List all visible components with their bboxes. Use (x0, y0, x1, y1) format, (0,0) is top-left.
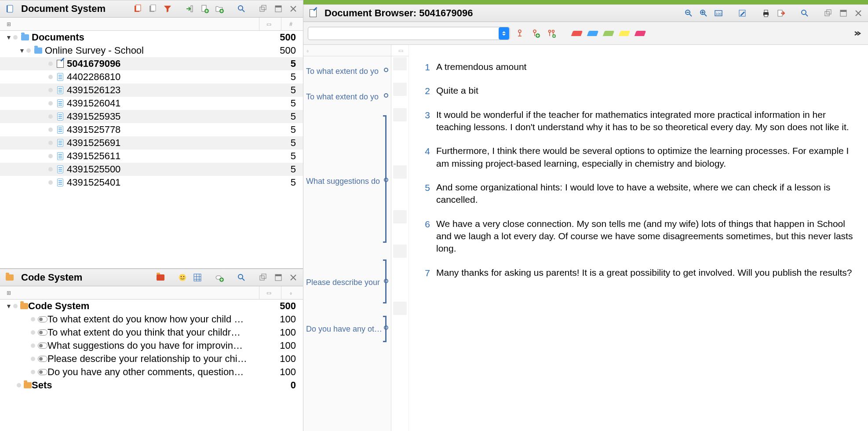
code-node-icon[interactable] (384, 93, 388, 98)
paragraph-text[interactable]: And some organizational hints: I would l… (436, 181, 859, 206)
search-codes-button[interactable] (235, 271, 248, 284)
document-item[interactable]: 43915254015 (0, 176, 303, 189)
memo-slot[interactable] (393, 302, 407, 315)
document-item[interactable]: 43915256915 (0, 136, 303, 150)
document-item[interactable]: 43915259355 (0, 110, 303, 123)
paragraph-text[interactable]: A tremendous amount (436, 61, 859, 73)
code-tree-toggle-icon[interactable]: ⊞ (3, 287, 15, 299)
memo-column[interactable]: ▭ (391, 45, 409, 431)
code-item[interactable]: To what extent do you know how your chil… (0, 313, 303, 326)
filter-docs-button[interactable] (161, 3, 174, 15)
paragraph-text[interactable]: Many thanks for asking us parents! It is… (436, 267, 859, 279)
code-new-button[interactable] (529, 27, 542, 40)
code-tree[interactable]: ▼ Code System 500 To what extent do you … (0, 300, 303, 431)
code-label[interactable]: Please describe your (306, 278, 380, 287)
paragraph[interactable]: 7Many thanks for asking us parents! It i… (416, 267, 859, 279)
documents-root[interactable]: ▼ Documents 500 (0, 31, 303, 44)
paragraph[interactable]: 4Furthermore, I think there would be sev… (416, 145, 859, 170)
svg-point-41 (533, 30, 536, 33)
edit-mode-button[interactable] (736, 7, 748, 19)
quick-code-input[interactable] (308, 29, 499, 37)
svg-point-40 (518, 30, 521, 33)
zoom-reset-button[interactable]: 100 (712, 7, 725, 19)
highlighter-blue[interactable] (587, 27, 599, 40)
code-root[interactable]: ▼ Code System 500 (0, 300, 303, 313)
maximize-docsys-button[interactable] (272, 3, 284, 15)
paragraph[interactable]: 6We have a very close connection. My son… (416, 218, 859, 255)
document-item[interactable]: 43915260415 (0, 97, 303, 110)
document-item[interactable]: 50416790965 (0, 57, 303, 70)
emoticodes-button[interactable] (176, 271, 189, 284)
activate-codes-button[interactable] (154, 271, 167, 284)
zoom-in-button[interactable] (697, 7, 710, 19)
new-doc-button[interactable] (198, 3, 211, 15)
highlighter-red[interactable] (571, 27, 583, 40)
deactivate-docs-button[interactable] (146, 3, 159, 15)
coding-stripe[interactable]: ⬨ To what extent do yo To what extent do… (303, 45, 391, 431)
import-doc-button[interactable] (183, 3, 196, 15)
undock-codesys-button[interactable] (257, 271, 270, 284)
search-docs-button[interactable] (235, 3, 248, 15)
paragraph[interactable]: 2Quite a bit (416, 84, 859, 97)
code-invivo-button[interactable] (545, 27, 558, 40)
paragraph-text[interactable]: We have a very close connection. My son … (436, 218, 859, 255)
highlighter-yellow[interactable] (618, 27, 631, 40)
maximize-codesys-button[interactable] (272, 271, 284, 284)
document-item[interactable]: 43915261235 (0, 84, 303, 97)
code-matrix-button[interactable] (191, 271, 204, 284)
document-item[interactable]: 43915256115 (0, 150, 303, 163)
code-item[interactable]: Please describe your relationship to you… (0, 352, 303, 365)
undock-docsys-button[interactable] (257, 3, 270, 15)
code-label[interactable]: To what extent do yo (306, 92, 379, 102)
paragraph[interactable]: 5And some organizational hints: I would … (416, 181, 859, 206)
print-button[interactable] (760, 7, 772, 19)
document-item[interactable]: 43915255005 (0, 163, 303, 176)
codesys-column-header: ⊞ ▭ ⬨ (0, 286, 303, 300)
tree-toggle-icon[interactable]: ⊞ (3, 18, 15, 30)
paragraph[interactable]: 3It would be wonderful if the teacher fo… (416, 109, 859, 134)
more-tools-button[interactable] (851, 27, 864, 40)
close-docsys-button[interactable] (287, 3, 299, 15)
svg-rect-6 (191, 6, 193, 12)
memo-slot[interactable] (393, 245, 407, 258)
code-label[interactable]: What suggestions do (306, 177, 380, 186)
folder-online-survey[interactable]: ▼ Online Survey - School 500 (0, 44, 303, 57)
memo-slot[interactable] (393, 83, 407, 96)
document-tree[interactable]: ▼ Documents 500 ▼ Online Survey - School… (0, 31, 303, 268)
maximize-browser-button[interactable] (837, 7, 850, 19)
close-codesys-button[interactable] (287, 271, 299, 284)
quick-code-combo[interactable] (308, 27, 510, 40)
memo-slot[interactable] (393, 165, 407, 179)
new-code-button[interactable] (213, 271, 226, 284)
highlighter-green[interactable] (602, 27, 615, 40)
code-segment-button[interactable] (514, 27, 526, 40)
memo-slot[interactable] (393, 57, 407, 70)
paragraph-text[interactable]: Quite a bit (436, 84, 859, 97)
search-browser-button[interactable] (799, 7, 811, 19)
document-item[interactable]: 44022868105 (0, 70, 303, 84)
memo-slot[interactable] (393, 210, 407, 223)
document-item[interactable]: 43915257785 (0, 123, 303, 136)
svg-point-10 (238, 6, 243, 10)
export-button[interactable] (775, 7, 787, 19)
paragraph-text[interactable]: It would be wonderful if the teacher for… (436, 109, 859, 134)
code-item[interactable]: Do you have any other comments, question… (0, 365, 303, 379)
zoom-out-button[interactable] (682, 7, 695, 19)
code-bracket-icon (385, 259, 387, 303)
close-browser-button[interactable] (852, 7, 864, 19)
code-label[interactable]: Do you have any othe (306, 325, 383, 334)
sets-node[interactable]: Sets 0 (0, 379, 303, 392)
document-text[interactable]: 1A tremendous amount2Quite a bit3It woul… (409, 45, 868, 431)
paragraph-text[interactable]: Furthermore, I think there would be seve… (436, 145, 859, 170)
undock-browser-button[interactable] (822, 7, 835, 19)
paragraph[interactable]: 1A tremendous amount (416, 61, 859, 73)
highlighter-magenta[interactable] (634, 27, 646, 40)
new-folder-button[interactable] (213, 3, 226, 15)
code-item[interactable]: What suggestions do you have for improvi… (0, 339, 303, 352)
code-label[interactable]: To what extent do yo (306, 67, 379, 76)
activate-all-docs-button[interactable] (131, 3, 144, 15)
combo-dropdown-button[interactable] (499, 27, 509, 40)
memo-slot[interactable] (393, 108, 407, 121)
code-item[interactable]: To what extent do you think that your ch… (0, 326, 303, 339)
code-node-icon[interactable] (384, 68, 388, 72)
